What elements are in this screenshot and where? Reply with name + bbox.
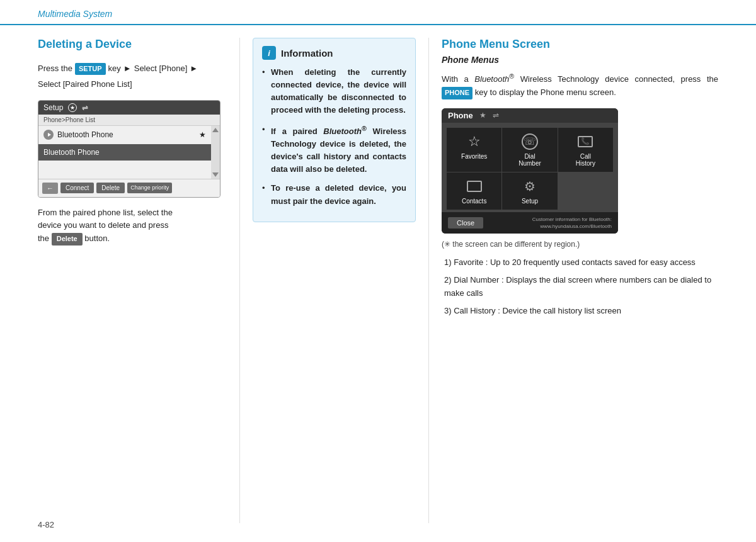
phone-grid: ☆ Favorites ☏ DialNumber 📞 CallHistory (442, 123, 618, 212)
play-icon (43, 130, 54, 140)
favorites-label: Favorites (461, 153, 487, 160)
contacts-label: Contacts (462, 198, 486, 205)
deleting-device-title: Deleting a Device (38, 38, 227, 51)
bullet-2: If a paired Bluetooth® Wireless Technolo… (262, 123, 406, 176)
phone-menus-subtitle: Phone Menus (442, 55, 718, 65)
customer-line-2: www.hyundaiusa.com/Bluetooth (541, 223, 612, 229)
main-content: Deleting a Device Press the SETUP key►Se… (0, 25, 756, 536)
setup-topbar-title: Setup (43, 103, 63, 112)
with-text-2-part: Technology device connected, press the (552, 74, 718, 84)
wireless-text: Wireless (520, 74, 552, 84)
customer-info: Customer information for Bluetooth: www.… (532, 216, 612, 230)
bluetooth-italic: Bluetooth (474, 74, 509, 84)
call-history-label: CallHistory (576, 153, 595, 167)
numbered-item-1: 1) Favorite : Up to 20 frequently used c… (442, 256, 718, 269)
from-line-1: From the paired phone list, select the d… (38, 206, 227, 246)
scroll-down-icon (212, 172, 219, 177)
setup-key-badge: SETUP (75, 63, 106, 76)
header: Multimedia System (0, 0, 756, 25)
phone-screen-mock: Phone ★ ⇌ ☆ Favorites ☏ DialNumber (442, 108, 618, 234)
dial-circle-shape: ☏ (522, 133, 538, 150)
contacts-shape (467, 181, 482, 192)
close-phone-button[interactable]: Close (448, 217, 483, 229)
key-text: key (108, 62, 121, 76)
customer-line-1: Customer information for Bluetooth: (532, 217, 612, 222)
change-priority-button[interactable]: Change priority (127, 183, 172, 194)
delete-button[interactable]: Delete (96, 183, 125, 193)
call-history-icon: 📞 (576, 133, 594, 150)
numbered-list: 1) Favorite : Up to 20 frequently used c… (442, 256, 718, 317)
favorites-item: ☆ Favorites (447, 128, 501, 172)
bullet-2-text: If a paired Bluetooth® Wireless Technolo… (271, 127, 406, 174)
setup-item-1-label: Bluetooth Phone (57, 130, 113, 139)
info-box: i Information When deleting the currentl… (253, 38, 416, 222)
call-rect-shape: 📞 (578, 136, 593, 147)
star-shape-icon: ☆ (468, 133, 481, 150)
info-icon: i (262, 46, 276, 60)
bluetooth-icon: ★ (68, 103, 77, 112)
info-box-title: Information (281, 48, 333, 59)
from-text-3: the (38, 234, 49, 243)
phone-menu-screen-title: Phone Menu Screen (442, 38, 718, 51)
back-button[interactable]: ← (42, 183, 58, 194)
bullet-1-text: When deleting the currently connected de… (271, 67, 406, 115)
phone-key-badge: PHONE (442, 87, 472, 99)
usb-icon: ⇌ (82, 103, 88, 112)
dial-number-label: DialNumber (518, 153, 541, 167)
phone-usb-icon: ⇌ (493, 111, 499, 120)
bullet-3: To re-use a deleted device, you must pai… (262, 182, 406, 207)
contacts-icon (466, 178, 483, 195)
gear-icon: ⚙ (524, 179, 536, 194)
bullet-list: When deleting the currently connected de… (262, 66, 406, 208)
with-text-1: With a (442, 74, 474, 84)
bullet-3-text: To re-use a deleted device, you must pai… (271, 183, 406, 205)
from-text-1: From the paired phone list, select the (38, 208, 173, 217)
contacts-item: Contacts (447, 172, 501, 210)
phone-bt-icon: ★ (479, 111, 486, 120)
setup-item-2: Bluetooth Phone (38, 144, 211, 161)
right-column: Phone Menu Screen Phone Menus With a Blu… (428, 38, 718, 523)
numbered-item-2: 2) Dial Number : Displays the dial scree… (442, 274, 718, 299)
press-text: Press the (38, 62, 72, 76)
setup-list: Bluetooth Phone ★ Bluetooth Phone (38, 126, 211, 179)
setup-topbar: Setup ★ ⇌ (38, 101, 220, 115)
bullet-1: When deleting the currently connected de… (262, 66, 406, 117)
from-text-2: device you want to delete and press (38, 220, 168, 230)
delete-key-badge: Delete (52, 233, 83, 246)
info-box-header: i Information (262, 46, 406, 60)
star-icon: ★ (199, 130, 206, 139)
button-text: button. (84, 234, 110, 243)
setup-item-row: Bluetooth Phone ★ Bluetooth Phone (38, 126, 220, 179)
setup-item-1: Bluetooth Phone ★ (38, 126, 211, 144)
setup-buttons: ← Connect Delete Change priority (38, 179, 220, 197)
select-text: Select [Phone] (134, 62, 188, 76)
setup-item-2-label: Bluetooth Phone (43, 148, 100, 157)
note-line: (✳ the screen can be different by region… (442, 240, 718, 249)
with-text-block: With a Bluetooth® Wireless Technology de… (442, 71, 718, 99)
favorites-icon: ☆ (466, 133, 483, 150)
with-text-3: key to display the Phone menu screen. (472, 88, 616, 97)
dial-number-item: ☏ DialNumber (502, 128, 557, 172)
connect-button[interactable]: Connect (60, 183, 94, 193)
numbered-item-3: 3) Call History : Device the call histor… (442, 305, 718, 317)
phone-screen-title: Phone (448, 111, 473, 120)
reg-symbol: ® (509, 72, 514, 80)
setup-item-empty (38, 161, 211, 179)
setup-icon: ⚙ (521, 178, 539, 195)
setup-item-phone: ⚙ Setup (502, 172, 557, 210)
setup-label: Setup (522, 198, 538, 205)
setup-breadcrumb: Phone>Phone List (38, 115, 220, 126)
setup-screen-mock: Setup ★ ⇌ Phone>Phone List Bluetooth Pho… (38, 100, 220, 198)
scroll-bar (211, 126, 220, 179)
scroll-up-icon (212, 128, 219, 132)
press-line: Press the SETUP key►Select [Phone] ►Sele… (38, 62, 227, 91)
dial-icon: ☏ (521, 133, 539, 150)
left-column: Deleting a Device Press the SETUP key►Se… (38, 38, 239, 523)
middle-column: i Information When deleting the currentl… (239, 38, 428, 523)
call-history-item: 📞 CallHistory (558, 128, 613, 172)
select-text2: Select [Paired Phone List] (38, 78, 132, 91)
page-number: 4-82 (38, 520, 54, 529)
header-title: Multimedia System (38, 9, 112, 19)
phone-bottom-bar: Close Customer information for Bluetooth… (442, 212, 618, 234)
phone-screen-topbar: Phone ★ ⇌ (442, 108, 618, 123)
